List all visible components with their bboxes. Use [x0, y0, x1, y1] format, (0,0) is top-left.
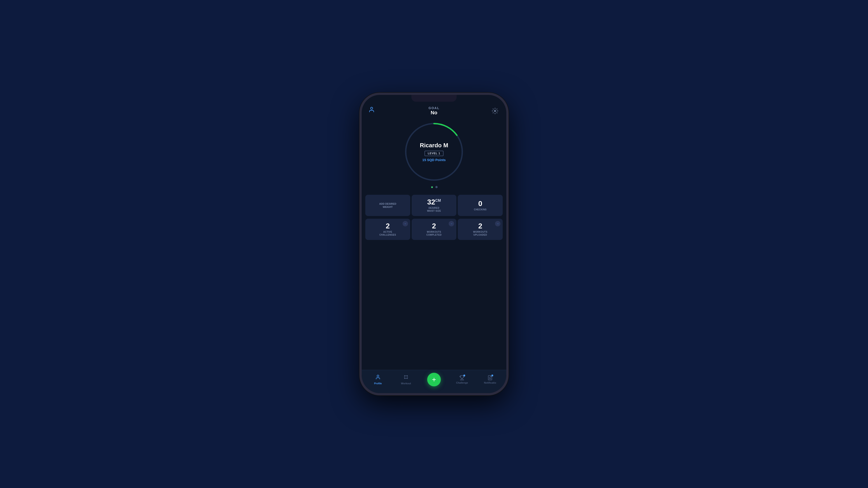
- stat-card-checkins[interactable]: 0 CHECKINS: [458, 195, 503, 216]
- add-weight-label: ADD DESIREDWEIGHT: [379, 202, 396, 209]
- waist-value: 32CM: [427, 198, 441, 205]
- circle-container: Ricardo M LEVEL 1 15 SQD Points: [402, 120, 466, 184]
- stat-card-add-weight[interactable]: ADD DESIREDWEIGHT: [365, 195, 410, 216]
- active-dot-star: ★: [431, 185, 434, 189]
- challenge-icon-wrapper: [459, 375, 465, 381]
- bottom-nav: Profile Workout +: [362, 370, 506, 393]
- level-badge: LEVEL 1: [425, 151, 443, 156]
- active-challenges-arrow[interactable]: →: [403, 221, 408, 226]
- workout-nav-label: Workout: [401, 382, 411, 385]
- challenge-nav-label: Challenge: [456, 381, 468, 384]
- inactive-dot: [435, 186, 438, 188]
- active-challenges-label: ACTIVECHALLENGES: [379, 230, 396, 236]
- phone-notch: [411, 95, 457, 102]
- profile-circle-area: Ricardo M LEVEL 1 15 SQD Points ★: [362, 118, 506, 193]
- workouts-completed-value: 2: [432, 222, 436, 230]
- notification-icon-wrapper: [487, 375, 493, 381]
- spacer: [362, 241, 506, 370]
- stat-card-waist[interactable]: 32CM DESIREDWAIST SIZE: [412, 195, 457, 216]
- challenge-notification-dot: [463, 375, 465, 377]
- workouts-uploaded-arrow[interactable]: →: [495, 221, 500, 226]
- profile-nav-label: Profile: [374, 382, 382, 385]
- workouts-completed-arrow[interactable]: →: [449, 221, 454, 226]
- nav-item-challenge[interactable]: Challenge: [448, 375, 476, 384]
- dots-indicator: ★: [431, 185, 438, 189]
- header-center: GOAL No: [429, 106, 439, 116]
- profile-nav-icon: [375, 375, 381, 381]
- workouts-uploaded-value: 2: [478, 222, 483, 230]
- stats-grid-row2: → 2 ACTIVECHALLENGES → 2 WORKOUTSCOMPLET…: [362, 217, 506, 241]
- nav-item-add[interactable]: +: [420, 373, 448, 386]
- stats-grid-row1: ADD DESIREDWEIGHT 32CM DESIREDWAIST SIZE…: [362, 193, 506, 217]
- active-challenges-value: 2: [385, 222, 390, 230]
- stat-card-active-challenges[interactable]: → 2 ACTIVECHALLENGES: [365, 219, 410, 240]
- settings-icon[interactable]: [491, 106, 500, 116]
- user-icon[interactable]: [368, 106, 377, 116]
- goal-value: No: [429, 110, 439, 116]
- user-name: Ricardo M: [420, 142, 448, 149]
- notification-nav-label: Notificatio: [484, 381, 496, 384]
- phone-frame: GOAL No Ricardo M: [360, 93, 508, 395]
- notification-dot: [491, 375, 493, 377]
- circle-inner: Ricardo M LEVEL 1 15 SQD Points: [408, 126, 460, 178]
- checkins-label: CHECKINS: [474, 208, 487, 211]
- workout-nav-icon: [403, 375, 409, 381]
- svg-point-1: [494, 110, 496, 112]
- nav-item-notification[interactable]: Notificatio: [476, 375, 504, 384]
- checkins-value: 0: [478, 200, 483, 207]
- stat-card-workouts-completed[interactable]: → 2 WORKOUTSCOMPLETED: [412, 219, 457, 240]
- sqd-points: 15 SQD Points: [422, 158, 445, 162]
- add-button[interactable]: +: [427, 373, 441, 386]
- nav-item-workout[interactable]: Workout: [392, 375, 420, 385]
- svg-point-4: [377, 375, 379, 377]
- svg-point-0: [370, 107, 373, 109]
- goal-label: GOAL: [429, 106, 439, 110]
- workouts-completed-label: WORKOUTSCOMPLETED: [426, 230, 441, 236]
- phone-screen: GOAL No Ricardo M: [362, 95, 506, 393]
- waist-label: DESIREDWAIST SIZE: [427, 206, 441, 213]
- stat-card-workouts-uploaded[interactable]: → 2 WORKOUTSUPLOADED: [458, 219, 503, 240]
- workouts-uploaded-label: WORKOUTSUPLOADED: [473, 230, 487, 236]
- nav-item-profile[interactable]: Profile: [364, 375, 392, 385]
